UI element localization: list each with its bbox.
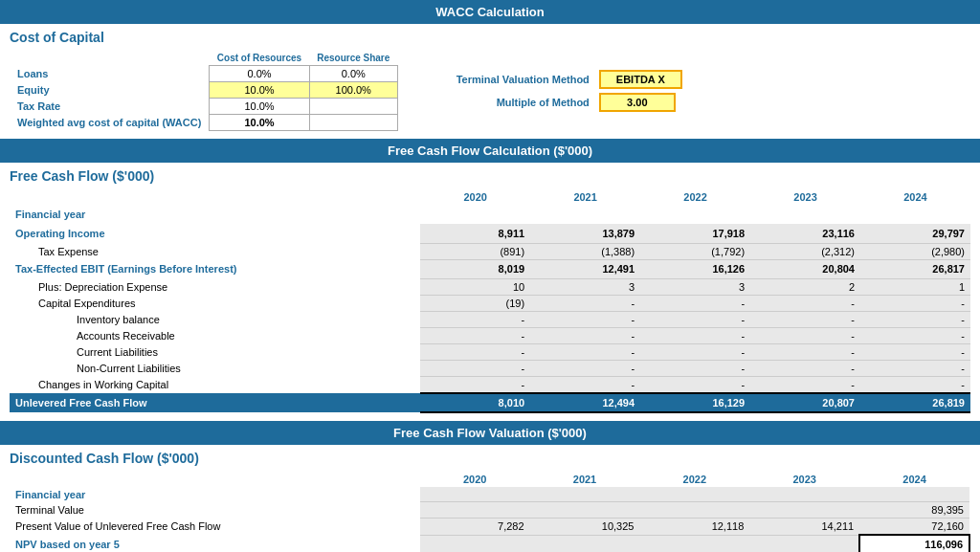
npv-empty-2	[530, 535, 640, 552]
fcf-cell-5-4: -	[860, 295, 970, 311]
fcf-cell-9-1: -	[530, 360, 640, 376]
fcf-cell-1-1: 13,879	[530, 224, 640, 243]
terminal-multiple-value: 3.00	[599, 93, 676, 112]
dcf-title: Discounted Cash Flow ($'000)	[0, 445, 980, 468]
fcf-cell-5-1: -	[530, 295, 640, 311]
fcf-cell-10-0: -	[420, 376, 530, 393]
dcf-label-1: Terminal Value	[10, 502, 420, 519]
dcf-year-2023: 2023	[749, 472, 859, 487]
year-2021: 2021	[530, 189, 640, 205]
npv-row: NPV based on year 5 116,096	[10, 535, 969, 552]
fcf-label-0: Financial year	[10, 205, 420, 224]
dcf-row-2: Present Value of Unlevered Free Cash Flo…	[10, 519, 969, 536]
dcf-row-1: Terminal Value89,395	[10, 502, 969, 519]
fcf-cell-10-4: -	[860, 376, 970, 393]
fcf-row-0: Financial year	[10, 205, 970, 224]
fcf-cell-10-3: -	[750, 376, 860, 393]
fcf-cell-1-4: 29,797	[860, 224, 970, 243]
cost-val1-0: 0.0%	[210, 66, 309, 82]
fcf-label-5: Capital Expenditures	[10, 295, 420, 311]
col-resource-share: Resource Share	[309, 51, 397, 66]
cost-label-3: Weighted avg cost of capital (WACC)	[10, 115, 210, 131]
fcf-container: 2020 2021 2022 2023 2024 Financial yearO…	[0, 186, 980, 421]
dcf-cell-2-1: 10,325	[530, 519, 640, 536]
cost-val2-0: 0.0%	[309, 66, 397, 82]
fcf-cell-2-4: (2,980)	[860, 243, 970, 259]
dcf-label-2: Present Value of Unlevered Free Cash Flo…	[10, 519, 420, 536]
fcf-cell-5-3: -	[750, 295, 860, 311]
year-2022: 2022	[640, 189, 750, 205]
fcf-cell-7-0: -	[420, 327, 530, 343]
fcf-cell-8-1: -	[530, 343, 640, 360]
dcf-container: 2020 2021 2022 2023 2024 Financial yearT…	[0, 468, 980, 553]
cost-val2-2	[309, 99, 397, 115]
fcf-label-4: Plus: Depreciation Expense	[10, 278, 420, 295]
fcf-cell-0-0	[640, 205, 750, 224]
fcf-row-7: Accounts Receivable-----	[10, 327, 970, 343]
fcf-cell-9-4: -	[860, 360, 970, 376]
fcf-cell-4-1: 3	[530, 278, 640, 295]
fcf-cell-5-0: (19)	[420, 295, 530, 311]
dcf-cell-1-0	[420, 502, 530, 519]
dcf-year-2022: 2022	[639, 472, 749, 487]
fcf-cell-9-0: -	[420, 360, 530, 376]
fcf-row-9: Non-Current Liabilities-----	[10, 360, 970, 376]
fcf-cell-6-4: -	[860, 311, 970, 327]
fcf-row-1: Operating Income8,91113,87917,91823,1162…	[10, 224, 970, 243]
fcf-cell-8-2: -	[640, 343, 750, 360]
fcf-row-4: Plus: Depreciation Expense103321	[10, 278, 970, 295]
npv-empty-3	[639, 535, 749, 552]
fcf-label-3: Tax-Effected EBIT (Earnings Before Inter…	[10, 259, 420, 278]
fcf-label-7: Accounts Receivable	[10, 327, 420, 343]
dcf-cell-1-3	[749, 502, 859, 519]
dcf-year-2020: 2020	[420, 472, 530, 487]
dcf-row-0: Financial year	[10, 487, 969, 502]
npv-empty-4	[749, 535, 859, 552]
fcf-label-11: Unlevered Free Cash Flow	[10, 393, 420, 412]
dcf-cell-0-3	[749, 487, 859, 502]
wacc-header: WACC Calculation	[0, 0, 980, 24]
cost-table: Cost of Resources Resource Share Loans 0…	[10, 51, 398, 131]
terminal-section: Terminal Valuation Method EBITDA X Multi…	[436, 70, 682, 131]
fcf-row-10: Changes in Working Capital-----	[10, 376, 970, 393]
dcf-year-2024: 2024	[859, 472, 969, 487]
fcf-row-5: Capital Expenditures(19)----	[10, 295, 970, 311]
dcf-year-2021: 2021	[530, 472, 640, 487]
fcf-header: Free Cash Flow Calculation ($'000)	[0, 139, 980, 163]
fcf-cell-11-1: 12,494	[530, 393, 640, 412]
fcf-cell-10-2: -	[640, 376, 750, 393]
dcf-cell-2-2: 12,118	[639, 519, 749, 536]
fcf-cell-3-0: 8,019	[420, 259, 530, 278]
fcf-cell-2-0: (891)	[420, 243, 530, 259]
fcf-cell-0-0	[420, 205, 530, 224]
year-2020: 2020	[420, 189, 530, 205]
cost-label-1: Equity	[10, 82, 210, 99]
npv-value: 116,096	[859, 535, 969, 552]
fcf-cell-5-2: -	[640, 295, 750, 311]
npv-empty-1	[420, 535, 530, 552]
fcf-cell-11-2: 16,129	[640, 393, 750, 412]
fcf-cell-11-4: 26,819	[860, 393, 970, 412]
npv-label: NPV based on year 5	[10, 535, 420, 552]
dcf-cell-0-0	[420, 487, 530, 502]
fcf-cell-10-1: -	[530, 376, 640, 393]
fcf-cell-6-3: -	[750, 311, 860, 327]
col-cost-resources: Cost of Resources	[210, 51, 309, 66]
fcf-cell-7-2: -	[640, 327, 750, 343]
dcf-cell-0-2	[639, 487, 749, 502]
fcf-cell-9-3: -	[750, 360, 860, 376]
cost-val2-3	[309, 115, 397, 131]
terminal-multiple-label: Multiple of Method	[436, 97, 590, 108]
cost-val1-2: 10.0%	[210, 99, 309, 115]
fcf-cell-4-2: 3	[640, 278, 750, 295]
fcf-cell-6-2: -	[640, 311, 750, 327]
terminal-method-row: Terminal Valuation Method EBITDA X	[436, 70, 682, 89]
fcf-row-3: Tax-Effected EBIT (Earnings Before Inter…	[10, 259, 970, 278]
dcf-cell-2-0: 7,282	[420, 519, 530, 536]
year-2023: 2023	[750, 189, 860, 205]
dcf-cell-1-4: 89,395	[859, 502, 969, 519]
fcf-row-2: Tax Expense(891)(1,388)(1,792)(2,312)(2,…	[10, 243, 970, 259]
fcf-cell-7-4: -	[860, 327, 970, 343]
fcf-label-2: Tax Expense	[10, 243, 420, 259]
fcf-label-6: Inventory balance	[10, 311, 420, 327]
